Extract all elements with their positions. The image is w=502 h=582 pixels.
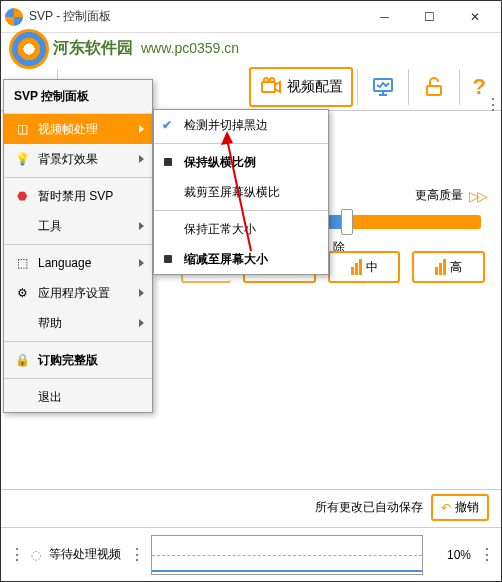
monitor-button[interactable] bbox=[362, 67, 404, 107]
submenu-video-frame: ✔ 检测并切掉黑边 保持纵横比例 裁剪至屏幕纵横比 保持正常大小 缩减至屏幕大小 bbox=[153, 109, 329, 275]
question-icon: ? bbox=[473, 74, 486, 100]
chip-mid[interactable]: 中 bbox=[328, 251, 401, 283]
menu-app-settings[interactable]: ⚙ 应用程序设置 bbox=[4, 278, 152, 308]
camera-icon bbox=[259, 75, 283, 99]
bars-mid-icon bbox=[351, 259, 362, 275]
monitor-icon bbox=[371, 75, 395, 99]
perf-graph bbox=[151, 535, 423, 575]
svg-point-2 bbox=[270, 78, 274, 82]
context-menu: SVP 控制面板 ◫ 视频帧处理 💡 背景灯效果 ⬣ 暂时禁用 SVP 工具 ⬚… bbox=[3, 79, 153, 413]
status-dots2-icon: ⋮ bbox=[129, 550, 143, 560]
close-button[interactable]: ✕ bbox=[452, 2, 497, 32]
menu-buy-full[interactable]: 🔒 订购完整版 bbox=[4, 345, 152, 375]
gear-icon: ⚙ bbox=[14, 285, 30, 301]
unlock-icon bbox=[422, 75, 446, 99]
undo-icon: ↶ bbox=[441, 501, 451, 515]
watermark: 河东软件园 www.pc0359.cn bbox=[1, 33, 501, 63]
stop-icon: ⬣ bbox=[14, 188, 30, 204]
undo-button[interactable]: ↶ 撤销 bbox=[431, 494, 489, 521]
percent-label: 10% bbox=[431, 548, 471, 562]
bulb-icon: 💡 bbox=[14, 151, 30, 167]
status-text: 等待处理视频 bbox=[49, 546, 121, 563]
language-icon: ⬚ bbox=[14, 255, 30, 271]
fast-forward-icon: ▷▷ bbox=[469, 188, 485, 204]
watermark-logo-icon bbox=[9, 29, 49, 69]
menu-help[interactable]: 帮助 bbox=[4, 308, 152, 338]
submenu-shrink-to-screen[interactable]: 缩减至屏幕大小 bbox=[154, 244, 328, 274]
watermark-name: 河东软件园 bbox=[53, 38, 133, 59]
svg-rect-4 bbox=[427, 86, 441, 95]
status-bar: ⋮ ◌ 等待处理视频 ⋮ 10% ⋮ bbox=[1, 527, 501, 581]
status-dots-icon: ⋮ bbox=[9, 550, 23, 560]
menu-language[interactable]: ⬚ Language bbox=[4, 248, 152, 278]
svg-rect-3 bbox=[374, 79, 392, 91]
menu-video-frame-processing[interactable]: ◫ 视频帧处理 bbox=[4, 114, 152, 144]
bars-high-icon bbox=[435, 259, 446, 275]
slider-thumb[interactable] bbox=[341, 209, 353, 235]
status-dots3-icon: ⋮ bbox=[479, 550, 493, 560]
svg-rect-0 bbox=[262, 82, 275, 92]
window-title: SVP - 控制面板 bbox=[29, 8, 362, 25]
app-logo-icon bbox=[5, 8, 23, 26]
footer-autosave: 所有更改已自动保存 ↶ 撤销 bbox=[1, 489, 501, 525]
quality-label: 更高质量 bbox=[415, 187, 463, 204]
titlebar: SVP - 控制面板 ─ ☐ ✕ bbox=[1, 1, 501, 33]
submenu-detect-crop-black[interactable]: ✔ 检测并切掉黑边 bbox=[154, 110, 328, 140]
minimize-button[interactable]: ─ bbox=[362, 2, 407, 32]
menu-tools[interactable]: 工具 bbox=[4, 211, 152, 241]
svg-point-1 bbox=[264, 78, 268, 82]
lock-icon: 🔒 bbox=[14, 352, 30, 368]
submenu-crop-to-screen[interactable]: 裁剪至屏幕纵横比 bbox=[154, 177, 328, 207]
spinner-icon: ◌ bbox=[31, 548, 41, 562]
video-config-button[interactable]: 视频配置 bbox=[249, 67, 353, 107]
more-icon[interactable]: ⋮ bbox=[485, 100, 499, 110]
menu-exit[interactable]: 退出 bbox=[4, 382, 152, 412]
bullet-icon bbox=[164, 158, 172, 166]
crop-icon: ◫ bbox=[14, 121, 30, 137]
bullet-icon bbox=[164, 255, 172, 263]
menu-header: SVP 控制面板 bbox=[4, 80, 152, 114]
video-config-label: 视频配置 bbox=[287, 78, 343, 96]
check-icon: ✔ bbox=[162, 118, 172, 132]
menu-ambient-light[interactable]: 💡 背景灯效果 bbox=[4, 144, 152, 174]
autosave-label: 所有更改已自动保存 bbox=[315, 499, 423, 516]
unlock-button[interactable] bbox=[413, 67, 455, 107]
chip-high[interactable]: 高 bbox=[412, 251, 485, 283]
watermark-url: www.pc0359.cn bbox=[141, 40, 239, 56]
menu-disable-svp[interactable]: ⬣ 暂时禁用 SVP bbox=[4, 181, 152, 211]
maximize-button[interactable]: ☐ bbox=[407, 2, 452, 32]
submenu-keep-normal-size[interactable]: 保持正常大小 bbox=[154, 214, 328, 244]
submenu-keep-aspect[interactable]: 保持纵横比例 bbox=[154, 147, 328, 177]
